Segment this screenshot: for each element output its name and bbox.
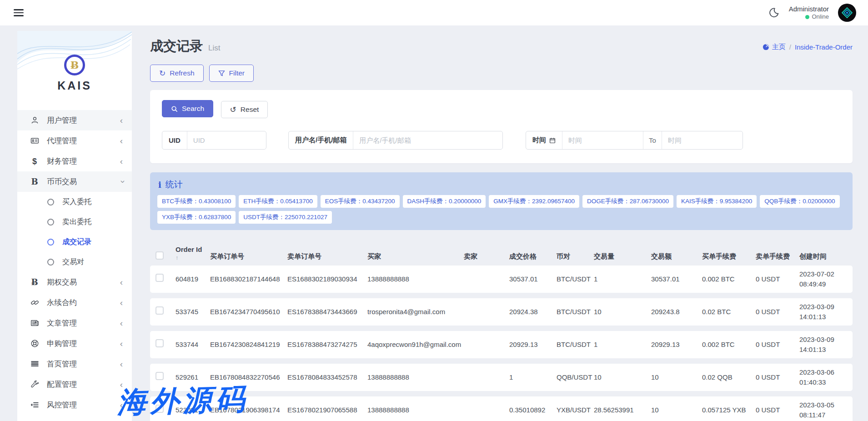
sidebar-item-user-management[interactable]: 用户管理 ‹ — [17, 110, 132, 130]
cell-price: 0.35010892 — [509, 405, 557, 415]
cell-created: 2023-03-06 01:40:33 — [799, 367, 847, 387]
sidebar-item-risk-management[interactable]: 风控管理 ‹ — [17, 395, 132, 415]
row-checkbox[interactable] — [156, 372, 164, 380]
cell-sell-order: ES1678084833452578 — [287, 372, 367, 382]
cell-volume: 1 — [594, 340, 651, 350]
life-ring-icon — [30, 339, 39, 348]
hamburger-menu-icon[interactable] — [14, 7, 24, 18]
time-range-group: 时间 To — [526, 131, 743, 150]
cell-volume: 10 — [594, 307, 651, 317]
user-menu[interactable]: Administrator Online — [789, 5, 829, 21]
chevron-left-icon: ‹ — [120, 298, 123, 307]
breadcrumb-home-link[interactable]: 主页 — [763, 43, 786, 51]
user-icon — [30, 116, 39, 125]
time-to-input[interactable] — [662, 136, 743, 144]
brand-logo-icon: Ƀ — [64, 55, 85, 75]
column-buyer: 买家 — [367, 252, 464, 261]
online-status-dot — [805, 15, 809, 19]
sidebar-item-homepage-management[interactable]: 首页管理 ‹ — [17, 354, 132, 374]
cell-buy-fee: 0.057125 YXB — [702, 405, 756, 415]
cell-price: 20929.13 — [509, 340, 557, 350]
row-checkbox[interactable] — [156, 306, 164, 315]
row-checkbox[interactable] — [156, 274, 164, 282]
sort-asc-icon: ↑ — [176, 254, 206, 261]
cell-price: 30537.01 — [509, 274, 557, 284]
sidebar-item-article-management[interactable]: 文章管理 ‹ — [17, 313, 132, 333]
row-checkbox[interactable] — [156, 405, 164, 413]
table-row: 523031 EB1678021906398174 ES167802190706… — [150, 396, 853, 421]
column-order-id-sort[interactable]: Order Id ↑ — [176, 246, 210, 261]
cell-buyer: trosperonita4@gmail.com — [367, 307, 464, 317]
sidebar-item-options-trading[interactable]: Ƀ 期权交易 ‹ — [17, 272, 132, 292]
sidebar-item-perpetual-contract[interactable]: 永续合约 ‹ — [17, 292, 132, 313]
sidebar-item-config-management[interactable]: 配置管理 ‹ — [17, 374, 132, 395]
column-price: 成交价格 — [509, 252, 557, 261]
sidebar-subitem-buy-orders[interactable]: 买入委托 — [17, 192, 132, 212]
column-pair: 币对 — [557, 252, 594, 261]
sidebar-item-subscription-management[interactable]: 申购管理 ‹ — [17, 333, 132, 354]
cell-sell-order: ES1678021907065588 — [287, 405, 367, 415]
radio-circle-icon — [47, 199, 54, 205]
sidebar-subitem-trading-pairs[interactable]: 交易对 — [17, 252, 132, 272]
select-all-checkbox[interactable] — [156, 251, 164, 260]
cell-created: 2023-07-02 08:49:49 — [799, 269, 847, 289]
username-input[interactable] — [353, 136, 502, 144]
chevron-left-icon: ‹ — [120, 278, 123, 286]
cell-buy-fee: 0.02 BTC — [702, 307, 756, 317]
cell-volume: 1 — [594, 274, 651, 284]
newspaper-icon — [30, 319, 39, 327]
fee-badge: DOGE手续费：287.06730000 — [582, 195, 673, 208]
search-button[interactable]: Search — [162, 100, 213, 117]
username-input-group: 用户名/手机/邮箱 — [288, 131, 503, 150]
search-icon — [171, 105, 178, 112]
cell-created: 2023-03-05 08:11:47 — [799, 400, 847, 420]
dark-mode-moon-icon[interactable] — [768, 7, 780, 19]
sidebar-item-wallet-management[interactable]: 钱包管理 ‹ — [17, 415, 132, 421]
cell-pair: BTC/USDT — [557, 274, 594, 284]
chevron-left-icon: ‹ — [120, 360, 123, 368]
sidebar-subitem-trade-records[interactable]: 成交记录 — [17, 232, 132, 252]
cell-buy-order: EB1674230824841219 — [210, 340, 287, 350]
cell-amount: 30537.01 — [651, 274, 702, 284]
cell-order-id: 604819 — [176, 274, 210, 284]
column-sell-fee: 卖单手续费 — [756, 252, 799, 261]
letter-b-icon: B — [30, 178, 39, 186]
id-card-icon — [30, 136, 39, 145]
breadcrumb-current-link[interactable]: Inside-Trade-Order — [795, 43, 853, 51]
uid-input[interactable] — [187, 136, 266, 144]
dollar-icon: $ — [30, 157, 39, 165]
time-to-separator: To — [643, 131, 662, 149]
cell-created: 2023-03-09 14:01:13 — [799, 302, 847, 322]
sidebar-item-finance-management[interactable]: $ 财务管理 ‹ — [17, 151, 132, 171]
table-header: Order Id ↑ 买单订单号 卖单订单号 买家 卖家 成交价格 币对 交易量… — [150, 242, 853, 266]
reset-button[interactable]: ↺ Reset — [221, 101, 268, 118]
avatar[interactable] — [838, 4, 856, 22]
cell-amount: 10 — [651, 372, 702, 382]
cell-buy-order: EB1678084832270546 — [210, 372, 287, 382]
sidebar-item-agent-management[interactable]: 代理管理 ‹ — [17, 130, 132, 151]
filter-button[interactable]: Filter — [209, 65, 254, 82]
cell-volume: 10 — [594, 372, 651, 382]
table-row: 604819 EB1688302187144648 ES168830218903… — [150, 266, 853, 293]
cell-buy-order: EB1688302187144648 — [210, 274, 287, 284]
cell-sell-order: ES1688302189030934 — [287, 274, 367, 284]
cell-pair: YXB/USDT — [557, 405, 594, 415]
cell-amount: 10 — [651, 405, 702, 415]
cell-buyer: 13888888888 — [367, 405, 464, 415]
cell-pair: QQB/USDT — [557, 372, 594, 382]
chain-link-icon — [30, 298, 39, 307]
chevron-left-icon: ‹ — [120, 116, 123, 125]
sidebar-subitem-sell-orders[interactable]: 卖出委托 — [17, 212, 132, 232]
cell-created: 2023-03-09 14:01:13 — [799, 335, 847, 355]
risk-list-icon — [30, 401, 39, 409]
fee-badge: KAIS手续费：9.95384200 — [677, 195, 757, 208]
lines-icon — [30, 360, 39, 368]
top-navbar: Administrator Online — [0, 0, 868, 25]
row-checkbox[interactable] — [156, 339, 164, 347]
radio-circle-icon — [47, 219, 54, 226]
chevron-left-icon: ‹ — [120, 401, 123, 409]
time-from-input[interactable] — [562, 136, 643, 144]
refresh-button[interactable]: ↻ Refresh — [150, 65, 204, 82]
sidebar-item-spot-trading[interactable]: B 币币交易 ‹ — [17, 171, 132, 192]
chevron-left-icon: ‹ — [120, 136, 123, 145]
